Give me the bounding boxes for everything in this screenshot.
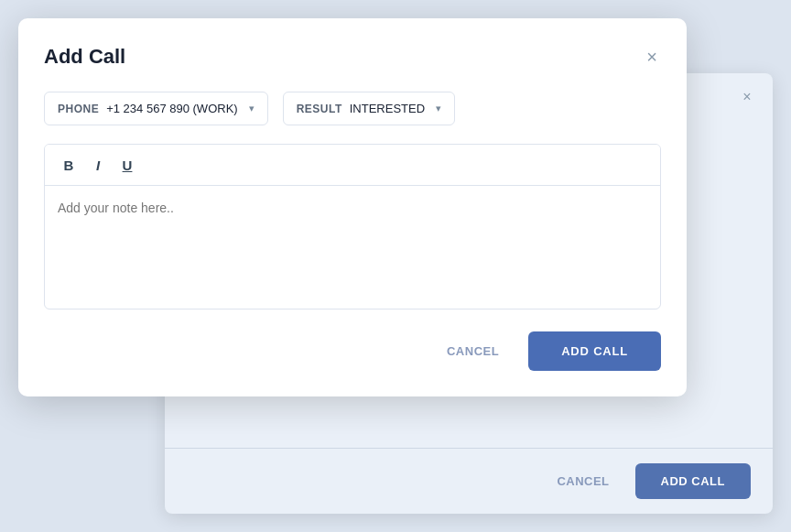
bg-close-button[interactable]: ×	[736, 86, 758, 108]
dialog-title: Add Call	[44, 45, 125, 69]
phone-dropdown[interactable]: PHONE +1 234 567 890 (WORK) ▾	[44, 92, 268, 125]
result-label: RESULT	[297, 103, 342, 115]
add-call-button[interactable]: ADD CALL	[528, 331, 661, 371]
dialog-close-button[interactable]: ×	[643, 44, 661, 70]
phone-chevron-icon: ▾	[249, 103, 255, 114]
dialog-header: Add Call ×	[44, 44, 661, 70]
note-textarea[interactable]	[45, 186, 660, 305]
result-chevron-icon: ▾	[436, 103, 441, 114]
phone-value: +1 234 567 890 (WORK)	[106, 102, 237, 115]
dialog-footer: CANCEL ADD CALL	[44, 331, 661, 371]
bg-add-call-button[interactable]: ADD CALL	[635, 463, 751, 499]
phone-label: PHONE	[58, 103, 99, 115]
editor-toolbar: B I U	[45, 145, 660, 186]
bg-cancel-button[interactable]: CANCEL	[542, 465, 623, 497]
result-dropdown[interactable]: RESULT INTERESTED ▾	[283, 92, 455, 125]
bg-dialog-footer: CANCEL ADD CALL	[165, 448, 773, 514]
dropdowns-row: PHONE +1 234 567 890 (WORK) ▾ RESULT INT…	[44, 92, 661, 125]
cancel-button[interactable]: CANCEL	[432, 333, 514, 369]
bold-button[interactable]: B	[56, 152, 81, 178]
result-value: INTERESTED	[350, 102, 425, 115]
underline-button[interactable]: U	[114, 152, 140, 178]
main-dialog: Add Call × PHONE +1 234 567 890 (WORK) ▾…	[18, 18, 687, 396]
note-editor-container: B I U	[44, 144, 661, 309]
italic-button[interactable]: I	[85, 152, 111, 178]
